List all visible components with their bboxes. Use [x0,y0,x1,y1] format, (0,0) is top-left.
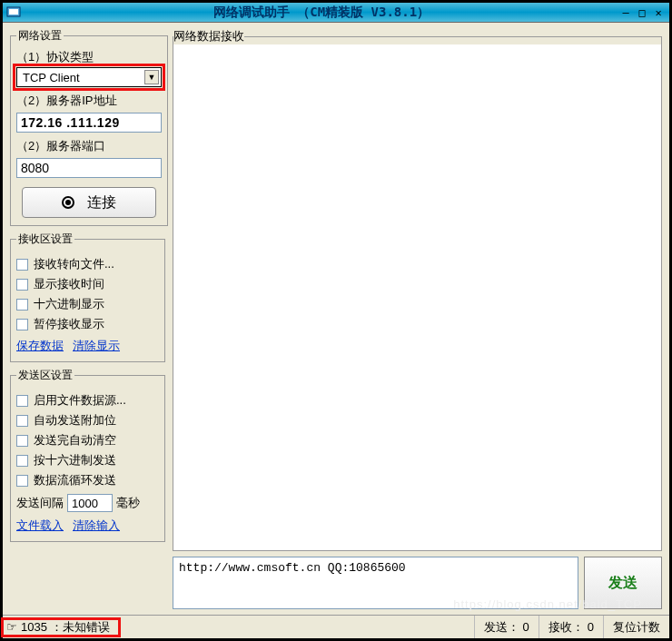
recv-settings-group: 接收区设置 接收转向文件... 显示接收时间 十六进制显示 暂停接收显示 保存数… [10,232,165,362]
network-settings-group: 网络设置 （1）协议类型 TCP Client ▼ （2）服务器IP地址 （2）… [10,28,168,226]
titlebar: 网络调试助手 （CM精装版 V3.8.1） – □ ✕ [3,3,669,23]
server-ip-input[interactable] [16,113,162,133]
chevron-down-icon: ▼ [144,70,159,84]
auto-send-extra-label: 自动发送附加位 [34,412,116,429]
maximize-button[interactable]: □ [635,6,649,19]
status-send-cell: 发送： 0 [474,616,539,638]
hex-display-checkbox[interactable] [16,299,28,311]
loop-send-checkbox[interactable] [16,475,28,487]
connect-button-label: 连接 [87,193,116,212]
send-as-hex-label: 按十六进制发送 [34,452,116,468]
show-recv-time-label: 显示接收时间 [34,276,104,292]
bullet-icon [62,196,74,209]
clear-input-link[interactable]: 清除输入 [73,518,120,534]
minimize-button[interactable]: – [618,6,633,19]
recv-data-legend: 网络数据接收 [173,28,244,44]
svg-rect-1 [9,9,18,15]
status-recv-cell: 接收： 0 [539,616,603,638]
send-interval-input[interactable] [67,494,113,512]
loop-send-label: 数据流循环发送 [34,472,116,488]
auto-clear-after-send-label: 发送完自动清空 [34,432,116,449]
hand-icon: ☞ [6,620,17,634]
status-recv-label: 接收： [548,619,584,636]
protocol-type-label: （1）协议类型 [16,49,162,65]
main-area: 网络数据接收 http://www.cmsoft.cn QQ:10865600 … [169,23,669,613]
status-bar: ☞ 1035 ：未知错误 发送： 0 接收： 0 复位计数 [3,615,669,638]
recv-settings-legend: 接收区设置 [16,232,74,247]
send-settings-legend: 发送区设置 [16,368,74,383]
auto-clear-after-send-checkbox[interactable] [16,435,28,447]
protocol-type-value: TCP Client [23,71,80,84]
auto-send-extra-checkbox[interactable] [16,415,28,427]
status-send-label: 发送： [484,619,519,636]
sidebar: 网络设置 （1）协议类型 TCP Client ▼ （2）服务器IP地址 （2）… [3,23,169,613]
load-file-link[interactable]: 文件载入 [16,518,64,534]
send-interval-suffix: 毫秒 [116,495,140,511]
recv-data-group: 网络数据接收 [173,28,662,551]
protocol-type-combo[interactable]: TCP Client ▼ [16,67,162,87]
reset-counter-button[interactable]: 复位计数 [603,616,669,638]
status-error-text: 1035 ：未知错误 [21,619,110,636]
status-recv-count: 0 [588,620,594,634]
send-textarea[interactable]: http://www.cmsoft.cn QQ:10865600 [173,557,578,609]
app-icon [6,5,21,20]
save-data-link[interactable]: 保存数据 [16,338,64,354]
enable-file-source-checkbox[interactable] [16,395,28,407]
window-title: 网络调试助手 （CM精装版 V3.8.1） [25,5,618,21]
clear-display-link[interactable]: 清除显示 [73,338,120,354]
status-send-count: 0 [523,620,529,634]
recv-data-textarea[interactable] [173,44,661,550]
status-error: ☞ 1035 ：未知错误 [3,619,119,636]
recv-to-file-label: 接收转向文件... [34,256,114,272]
connect-button[interactable]: 连接 [22,187,156,218]
network-settings-legend: 网络设置 [16,28,64,44]
close-button[interactable]: ✕ [651,6,666,19]
server-ip-label: （2）服务器IP地址 [16,93,162,109]
send-interval-prefix: 发送间隔 [16,495,64,511]
enable-file-source-label: 启用文件数据源... [34,392,126,409]
reset-counter-label: 复位计数 [613,619,660,636]
hex-display-label: 十六进制显示 [34,296,104,312]
send-settings-group: 发送区设置 启用文件数据源... 自动发送附加位 发送完自动清空 按十六进制发送… [10,368,165,542]
pause-recv-checkbox[interactable] [16,319,28,330]
server-port-input[interactable] [16,158,162,178]
recv-to-file-checkbox[interactable] [16,259,28,271]
send-as-hex-checkbox[interactable] [16,455,28,467]
server-port-label: （2）服务器端口 [16,138,162,154]
pause-recv-label: 暂停接收显示 [34,316,104,332]
show-recv-time-checkbox[interactable] [16,279,28,291]
send-button[interactable]: 发送 [584,557,662,609]
